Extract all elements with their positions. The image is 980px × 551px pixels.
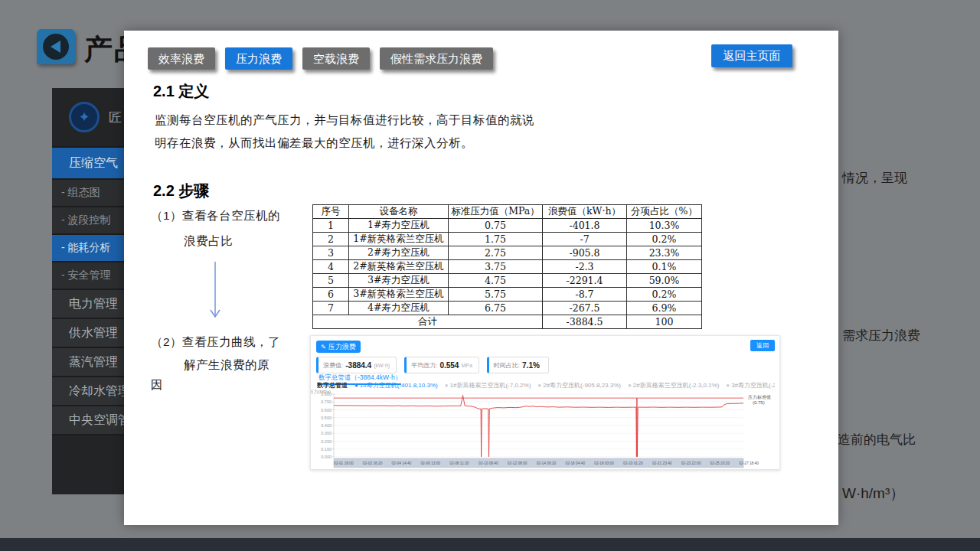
svg-text:02-18 03:00: 02-18 03:00: [594, 461, 614, 465]
table-row: 32#寿力空压机2.75-905.823.3%: [313, 246, 702, 260]
table-cell: 1.75: [449, 233, 543, 246]
step-2-text: 因: [151, 377, 163, 393]
legend-item: ●2#新英格索兰空压机(-2.3,0.1%): [628, 381, 719, 390]
svg-text:02-27 18:40: 02-27 18:40: [739, 461, 759, 465]
table-cell: 5: [313, 274, 349, 288]
stat-box: 浪费值:-3884.4(kW·h): [316, 357, 397, 373]
chart-legend: 数字总管道 ●1#寿力空压机(-401.8,10.3%)●1#新英格索兰空压机(…: [317, 381, 775, 390]
table-cell: -2.3: [543, 260, 627, 274]
table-cell: 59.0%: [627, 274, 702, 288]
table-header: 标准压力值（MPa）: [449, 205, 543, 219]
table-cell: 10.3%: [627, 219, 702, 233]
svg-text:0.700: 0.700: [321, 399, 332, 404]
table-total-row: 合计-3884.5100: [313, 315, 702, 329]
table-cell: -2291.4: [543, 274, 627, 288]
table-cell: 5.75: [449, 288, 543, 302]
svg-text:02-10 09:40: 02-10 09:40: [479, 461, 498, 465]
table-cell: 7: [313, 302, 349, 315]
svg-text:02-04 14:40: 02-04 14:40: [392, 461, 412, 465]
table-row: 11#寿力空压机0.75-401.810.3%: [313, 219, 702, 233]
table-header: 浪费值（kW·h）: [543, 205, 627, 219]
bg-text-fragment: 需求压力浪费: [842, 327, 920, 344]
table-cell: 4#寿力空压机: [349, 302, 449, 315]
table-cell: 6.9%: [627, 302, 702, 315]
table-cell: 6: [313, 288, 349, 302]
svg-text:0.800: 0.800: [321, 392, 332, 396]
stat-box: 时间占比:7.1%: [487, 357, 549, 373]
definition-text: 监测每台空压机的产气压力，并与目标值进行比较，高于目标值的就说明存在浪费，从而找…: [155, 109, 544, 155]
stat-box: 平均压力:0.554MPa: [404, 357, 479, 373]
svg-text:02-23 22:00: 02-23 22:00: [681, 461, 701, 465]
table-cell: 0.2%: [627, 288, 702, 302]
table-cell: 1#新英格索兰空压机: [349, 233, 449, 246]
table-cell: 4.75: [449, 274, 543, 288]
svg-text:02-06 13:00: 02-06 13:00: [420, 461, 440, 465]
svg-text:02-20 01:20: 02-20 01:20: [623, 461, 643, 465]
svg-text:0.600: 0.600: [321, 408, 332, 412]
stat-row: 浪费值:-3884.4(kW·h)平均压力:0.554MPa时间占比:7.1%: [316, 357, 549, 373]
table-cell: 3: [313, 246, 349, 260]
legend-item: ●3#寿力空压机(-2291.4,59.0%): [726, 381, 775, 390]
svg-text:02-14 06:20: 02-14 06:20: [537, 461, 557, 465]
tab-1[interactable]: 压力浪费: [225, 47, 292, 70]
table-cell: -905.8: [543, 246, 627, 260]
table-cell: 1#寿力空压机: [349, 219, 449, 233]
legend-item: ●1#寿力空压机(-401.8,10.3%): [354, 381, 438, 390]
table-cell: 合计: [313, 315, 543, 329]
svg-text:0.500: 0.500: [321, 416, 332, 420]
tab-3[interactable]: 假性需求压力浪费: [380, 47, 493, 70]
tab-0[interactable]: 效率浪费: [148, 47, 215, 70]
table-cell: 1: [313, 219, 349, 233]
table-cell: 4: [313, 260, 349, 274]
table-cell: -401.8: [543, 219, 627, 233]
svg-text:02-02 16:20: 02-02 16:20: [363, 461, 383, 465]
screenshot-top-button: 返回: [750, 340, 775, 351]
svg-text:0.200: 0.200: [321, 439, 332, 444]
section-heading-definition: 2.1 定义: [153, 81, 209, 102]
section-heading-steps: 2.2 步骤: [153, 181, 209, 201]
content-modal: 效率浪费压力浪费空载浪费假性需求压力浪费 返回主页面 2.1 定义 监测每台空压…: [124, 31, 838, 525]
table-cell: 23.3%: [627, 246, 702, 260]
table-cell: 100: [627, 315, 702, 329]
sidebar-logo-label: 匠: [109, 109, 122, 126]
svg-text:02-01 18:00: 02-01 18:00: [334, 461, 354, 465]
table-cell: 0.1%: [627, 260, 702, 274]
table-cell: 0.2%: [627, 233, 702, 246]
legend-item: ●2#寿力空压机(-905.8,23.3%): [537, 381, 621, 390]
svg-text:0.100: 0.100: [321, 447, 332, 452]
svg-text:0.300: 0.300: [321, 431, 332, 435]
step-2-text: （2）查看压力曲线，了: [151, 334, 280, 350]
table-cell: -8.7: [543, 288, 627, 302]
table-row: 21#新英格索兰空压机1.75-70.2%: [313, 233, 702, 246]
legend-title: 数字总管道: [317, 381, 348, 390]
pencil-icon: ✎: [321, 344, 326, 350]
table-row: 74#寿力空压机6.75-267.56.9%: [313, 302, 702, 315]
back-arrow-icon: [43, 34, 69, 60]
embedded-screenshot: ✎压力浪费 返回 浪费值:-3884.4(kW·h)平均压力:0.554MPa时…: [310, 335, 780, 470]
waste-table: 序号设备名称标准压力值（MPa）浪费值（kW·h）分项占比（%） 11#寿力空压…: [312, 204, 702, 329]
table-row: 63#新英格索兰空压机5.75-8.70.2%: [313, 288, 702, 302]
table-header: 设备名称: [349, 205, 449, 219]
app-logo[interactable]: [37, 29, 75, 64]
bg-text-fragment: 情况，呈现: [842, 169, 907, 187]
table-row: 42#新英格索兰空压机3.75-2.30.1%: [313, 260, 702, 274]
return-home-button[interactable]: 返回主页面: [711, 44, 792, 67]
company-logo-icon: ✦: [69, 102, 100, 132]
table-cell: 2#新英格索兰空压机: [349, 260, 449, 274]
svg-text:02-21 23:40: 02-21 23:40: [652, 461, 672, 465]
table-cell: 2: [313, 233, 349, 246]
table-cell: 2#寿力空压机: [349, 246, 449, 260]
table-cell: -3884.5: [543, 315, 627, 329]
table-cell: 2.75: [449, 246, 543, 260]
svg-text:02-25 20:20: 02-25 20:20: [710, 461, 730, 465]
bg-text-fragment: 造前的电气比: [838, 431, 916, 448]
tab-2[interactable]: 空载浪费: [302, 47, 370, 70]
bottom-bar: [0, 538, 980, 551]
table-cell: 6.75: [449, 302, 543, 315]
flow-arrow-icon: [206, 260, 224, 323]
step-1-text: 浪费占比: [184, 233, 233, 249]
table-cell: 3#新英格索兰空压机: [349, 288, 449, 302]
pressure-line-chart: 压力(MPa)0.8000.7000.6000.5000.4000.3000.2…: [311, 390, 778, 468]
table-cell: 3.75: [449, 260, 543, 274]
svg-text:(0.75): (0.75): [753, 400, 765, 405]
